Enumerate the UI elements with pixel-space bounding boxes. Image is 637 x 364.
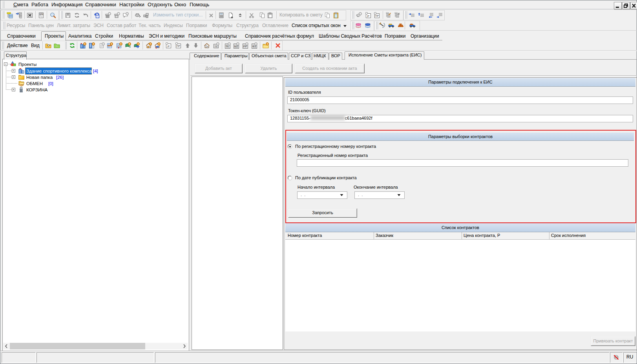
svg-text:ПР: ПР [177,45,180,47]
svg-text:P: P [367,15,369,18]
svg-text:P: P [168,45,170,48]
svg-text:%: % [215,45,217,48]
svg-text:ПР: ПР [375,15,379,17]
svg-text:PDF: PDF [39,13,43,15]
